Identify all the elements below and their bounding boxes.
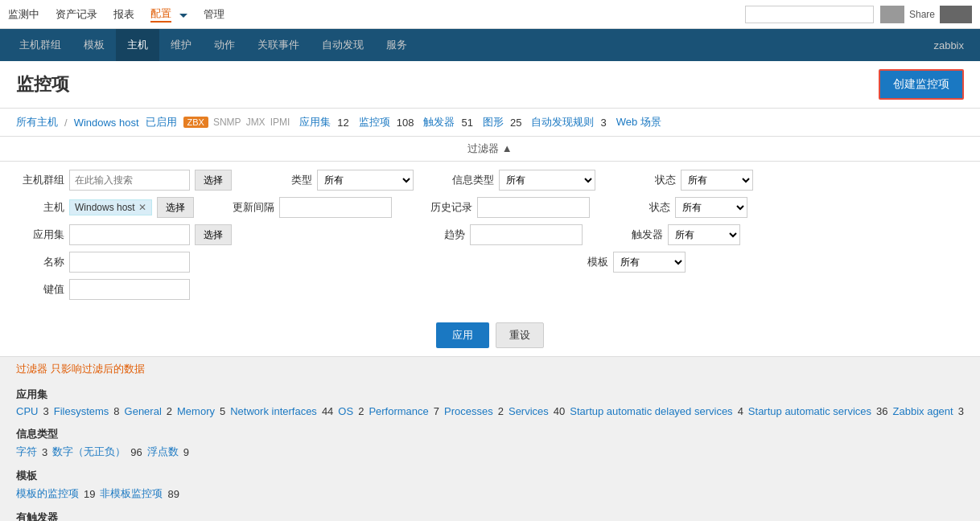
global-search-input[interactable] — [745, 6, 874, 23]
filter-group-interval: 更新间隔 — [226, 197, 392, 218]
label-trend: 趋势 — [417, 228, 465, 242]
hostgroup-select-btn[interactable]: 选择 — [195, 170, 232, 191]
status1-select[interactable]: 所有 — [681, 170, 753, 191]
infotype-uint[interactable]: 数字（无正负） — [52, 445, 126, 459]
snmp-badge[interactable]: SNMP — [213, 117, 241, 128]
nav-reports[interactable]: 报表 — [113, 7, 134, 22]
breadcrumb-all-hosts[interactable]: 所有主机 — [16, 115, 58, 129]
nontemplate-items[interactable]: 非模板监控项 — [100, 486, 163, 501]
host-tag-close[interactable]: ✕ — [138, 202, 146, 213]
breadcrumb-area: 所有主机 / Windows host 已启用 ZBX SNMP JMX IPM… — [0, 109, 980, 137]
appset-memory-count: 5 — [220, 405, 225, 417]
label-hostgroup: 主机群组 — [16, 173, 64, 187]
tab-discovery-rules[interactable]: 自动发现规则 — [531, 115, 594, 129]
template-section: 模板 模板的监控项 19 非模板监控项 89 — [16, 469, 964, 501]
filter-row-2: 主机 Windows host ✕ 选择 更新间隔 历史记录 状态 所有 — [16, 197, 964, 218]
appset-general[interactable]: General — [125, 405, 162, 417]
appset-processes[interactable]: Processes — [444, 405, 493, 417]
infotype-select[interactable]: 所有 — [499, 170, 595, 191]
filter-group-appset: 应用集 选择 — [16, 224, 232, 245]
nav-actions[interactable]: 动作 — [203, 29, 246, 61]
nav-hostgroups[interactable]: 主机群组 — [8, 29, 72, 61]
trigger-section: 有触发器 无触发器 57 有触发器 51 — [16, 511, 964, 521]
appset-section: 应用集 CPU 3 Filesystems 8 General 2 Memory… — [16, 388, 964, 417]
nav-monitor[interactable]: 监测中 — [8, 7, 39, 22]
template-items[interactable]: 模板的监控项 — [16, 486, 79, 501]
appset-os[interactable]: OS — [338, 405, 353, 417]
appset-processes-count: 2 — [498, 405, 504, 417]
infotype-float[interactable]: 浮点数 — [147, 445, 179, 459]
graphs-count: 25 — [510, 117, 521, 129]
nav-discovery[interactable]: 自动发现 — [311, 29, 375, 61]
appset-zabbix-agent[interactable]: Zabbix agent — [893, 405, 953, 417]
appset-network[interactable]: Network interfaces — [230, 405, 317, 417]
filter-group-status2: 状态 所有 — [622, 197, 747, 218]
tab-web-scenarios[interactable]: Web 场景 — [616, 115, 661, 129]
tab-items[interactable]: 监控项 — [359, 115, 390, 129]
ipmi-badge[interactable]: IPMI — [270, 117, 290, 128]
filter-note-highlight: 只影响过滤后的数据 — [51, 363, 145, 375]
infotype-float-count: 9 — [183, 446, 189, 458]
appset-startup-auto-count: 36 — [876, 405, 887, 417]
nav-services[interactable]: 服务 — [375, 29, 418, 61]
status2-select[interactable]: 所有 — [675, 197, 747, 218]
nav-manage[interactable]: 管理 — [204, 7, 224, 22]
nav-correlations[interactable]: 关联事件 — [246, 29, 311, 61]
hostgroup-input[interactable] — [69, 170, 190, 191]
nav-config[interactable]: 配置 — [150, 6, 171, 23]
appset-filesystems[interactable]: Filesystems — [54, 405, 109, 417]
template-select[interactable]: 所有 — [613, 252, 686, 273]
nontemplate-items-count: 89 — [167, 488, 179, 500]
key-input[interactable] — [69, 279, 190, 300]
appset-memory[interactable]: Memory — [177, 405, 215, 417]
filter-group-history: 历史记录 — [424, 197, 590, 218]
nav-assets[interactable]: 资产记录 — [56, 7, 97, 22]
top-nav-right: Share — [745, 6, 972, 23]
template-items-count: 19 — [84, 488, 95, 500]
tab-graphs[interactable]: 图形 — [483, 115, 504, 129]
filter-toggle[interactable]: 过滤器 ▲ — [0, 137, 980, 162]
items-count: 108 — [397, 117, 414, 129]
tab-appset[interactable]: 应用集 — [299, 115, 331, 129]
enabled-status: 已启用 — [146, 115, 177, 129]
appset-cpu[interactable]: CPU — [16, 405, 38, 417]
appset-cpu-count: 3 — [43, 405, 48, 417]
filter-group-template: 模板 所有 — [560, 252, 686, 273]
appset-services[interactable]: Services — [509, 405, 549, 417]
filter-row-1: 主机群组 选择 类型 所有 信息类型 所有 状态 所有 — [16, 170, 964, 191]
host-tag: Windows host ✕ — [69, 199, 152, 215]
nav-templates[interactable]: 模板 — [72, 29, 116, 61]
appset-services-count: 40 — [554, 405, 565, 417]
infotype-char[interactable]: 字符 — [16, 445, 37, 459]
apply-button[interactable]: 应用 — [436, 322, 489, 348]
interval-input[interactable] — [279, 197, 392, 218]
filter-body: 主机群组 选择 类型 所有 信息类型 所有 状态 所有 — [0, 162, 980, 314]
host-select-btn[interactable]: 选择 — [157, 197, 194, 218]
zbx-badge[interactable]: ZBX — [183, 117, 208, 128]
appset-startup-auto[interactable]: Startup automatic services — [748, 405, 871, 417]
template-section-title: 模板 — [16, 469, 964, 483]
appset-input[interactable] — [69, 224, 190, 245]
discovery-count: 3 — [600, 117, 606, 129]
history-input[interactable] — [477, 197, 590, 218]
tab-triggers[interactable]: 触发器 — [423, 115, 455, 129]
create-item-button[interactable]: 创建监控项 — [879, 69, 964, 100]
main-nav-left: 主机群组 模板 主机 维护 动作 关联事件 自动发现 服务 — [8, 29, 418, 61]
nav-maintenance[interactable]: 维护 — [159, 29, 203, 61]
appset-performance[interactable]: Performance — [369, 405, 428, 417]
trend-input[interactable] — [470, 224, 583, 245]
reset-button[interactable]: 重设 — [496, 322, 544, 348]
appset-select-btn[interactable]: 选择 — [195, 224, 232, 245]
label-status2: 状态 — [622, 200, 670, 215]
appset-startup-delayed[interactable]: Startup automatic delayed services — [570, 405, 732, 417]
filter-note: 过滤器 只影响过滤后的数据 — [0, 357, 980, 379]
nav-hosts[interactable]: 主机 — [116, 29, 159, 61]
jmx-badge[interactable]: JMX — [246, 117, 266, 128]
trigger-select[interactable]: 所有 — [668, 224, 740, 245]
type-select[interactable]: 所有 — [317, 170, 414, 191]
label-history: 历史记录 — [424, 200, 472, 215]
filter-actions: 应用 重设 — [0, 314, 980, 356]
breadcrumb-current-host[interactable]: Windows host — [74, 117, 139, 129]
trigger-section-title: 有触发器 — [16, 511, 964, 521]
name-input[interactable] — [69, 252, 190, 273]
